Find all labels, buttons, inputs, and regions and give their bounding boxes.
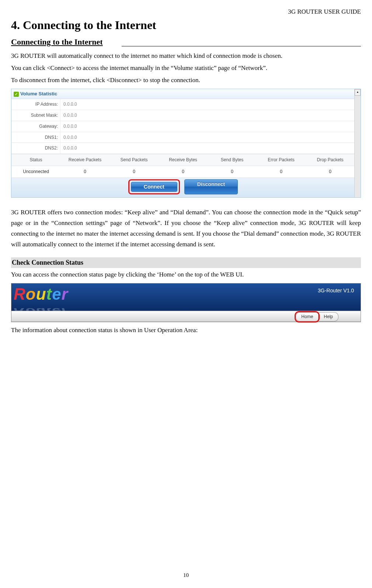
- panel-title-text: Volume Statistic: [20, 91, 57, 96]
- val-drop-pkts: 0: [306, 166, 355, 177]
- home-button[interactable]: Home: [296, 312, 319, 321]
- paragraph: 3G ROUTER offers two connection modes: “…: [11, 207, 361, 250]
- ip-value: 0.0.0.0: [60, 99, 355, 110]
- val-send-bytes: 0: [208, 166, 257, 177]
- page-number: 10: [0, 571, 372, 579]
- section-title: Connecting to the Internet: [11, 36, 361, 48]
- dns2-value: 0.0.0.0: [60, 143, 355, 154]
- col-recv-pkts: Receive Packets: [60, 154, 109, 166]
- chapter-title: 4. Connecting to the Internet: [11, 17, 361, 34]
- col-recv-bytes: Receive Bytes: [159, 154, 208, 166]
- col-status: Status: [11, 154, 60, 166]
- gw-label: Gateway:: [11, 121, 60, 132]
- scrollbar[interactable]: ▴: [354, 89, 361, 197]
- volume-statistic-panel: ▴ ✓Volume Statistic IP Address: 0.0.0.0 …: [11, 89, 361, 198]
- gw-value: 0.0.0.0: [60, 121, 355, 132]
- val-send-pkts: 0: [109, 166, 159, 177]
- val-recv-bytes: 0: [159, 166, 208, 177]
- page-header: 3G ROUTER USER GUIDE: [11, 7, 361, 16]
- router-version: 3G-Router V1.0: [318, 287, 354, 295]
- panel-footer: Connect Disconnect: [11, 178, 355, 198]
- kv-row-mask: Subnet Mask: 0.0.0.0: [11, 110, 355, 121]
- router-logo: Router: [14, 283, 68, 306]
- kv-row-dns2: DNS2: 0.0.0.0: [11, 143, 355, 154]
- val-recv-pkts: 0: [60, 166, 109, 177]
- paragraph: You can click <Connect> to access the in…: [11, 63, 361, 74]
- dns1-value: 0.0.0.0: [60, 132, 355, 143]
- paragraph: To disconnect from the internet, click <…: [11, 75, 361, 86]
- home-button-label: Home: [301, 314, 313, 319]
- paragraph: 3G ROUTER will automatically connect to …: [11, 51, 361, 61]
- kv-row-ip: IP Address: 0.0.0.0: [11, 99, 355, 110]
- connect-highlight-box: Connect: [128, 179, 180, 195]
- val-err-pkts: 0: [257, 166, 306, 177]
- disconnect-button[interactable]: Disconnect: [184, 179, 238, 195]
- connect-button[interactable]: Connect: [131, 182, 177, 192]
- dns1-label: DNS1:: [11, 132, 60, 143]
- mask-label: Subnet Mask:: [11, 110, 60, 121]
- kv-row-gateway: Gateway: 0.0.0.0: [11, 121, 355, 132]
- dns2-label: DNS2:: [11, 143, 60, 154]
- router-banner: Router Router 3G-Router V1.0 Home Help: [11, 283, 361, 322]
- scroll-up-icon[interactable]: ▴: [355, 89, 361, 96]
- kv-row-dns1: DNS1: 0.0.0.0: [11, 132, 355, 143]
- expand-icon[interactable]: ✓: [14, 92, 19, 97]
- val-status: Unconnected: [11, 166, 60, 177]
- col-send-pkts: Send Packets: [109, 154, 159, 166]
- stats-data-row: Unconnected 0 0 0 0 0 0: [11, 166, 355, 178]
- ip-label: IP Address:: [11, 99, 60, 110]
- banner-top: Router Router 3G-Router V1.0: [11, 284, 361, 311]
- banner-toolbar: Home Help: [11, 311, 361, 322]
- col-send-bytes: Send Bytes: [208, 154, 257, 166]
- col-drop-pkts: Drop Packets: [306, 154, 355, 166]
- stats-header-row: Status Receive Packets Send Packets Rece…: [11, 154, 355, 166]
- mask-value: 0.0.0.0: [60, 110, 355, 121]
- paragraph: The information about connection status …: [11, 325, 361, 336]
- paragraph: You can access the connection status pag…: [11, 270, 361, 280]
- banner-button-group: Home Help: [296, 312, 338, 321]
- col-err-pkts: Error Packets: [257, 154, 306, 166]
- subsection-title: Check Connection Status: [11, 257, 361, 268]
- help-button[interactable]: Help: [319, 312, 338, 321]
- panel-title-bar: ✓Volume Statistic: [11, 89, 355, 99]
